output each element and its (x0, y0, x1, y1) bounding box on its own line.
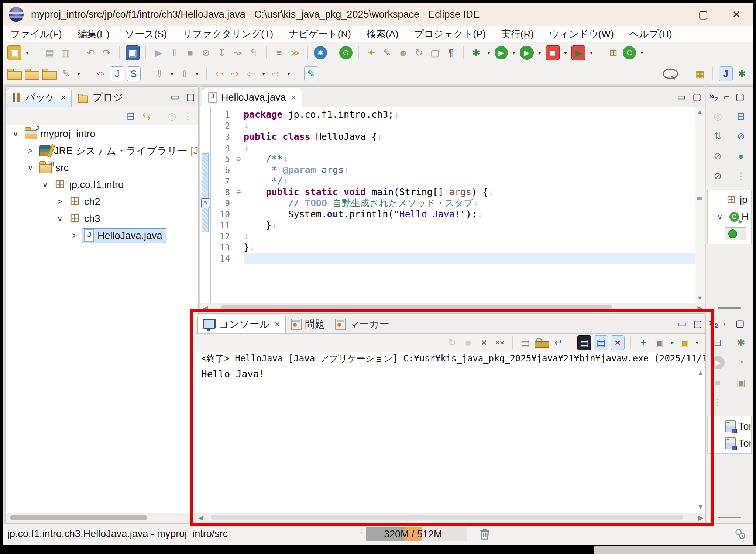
forward-yellow-icon[interactable]: ⇨ (228, 67, 242, 81)
focus-dim-icon[interactable]: ◎ (711, 109, 725, 123)
restore-view-icon[interactable]: ⌐ (724, 91, 729, 103)
close-button[interactable]: ✕ (720, 3, 753, 26)
show-stdout-icon[interactable]: ▤ (594, 335, 608, 350)
scroll-down-icon[interactable]: ▼ (698, 503, 702, 510)
open-perspective-icon[interactable]: ▦ (693, 67, 707, 81)
new-servlet-icon[interactable]: S (127, 66, 141, 81)
maximize-view-icon[interactable]: ▢ (689, 91, 705, 102)
debug-icon[interactable]: ✱ (470, 46, 483, 60)
back-yellow-icon[interactable]: ⇦ (213, 67, 226, 81)
scroll-up-icon[interactable]: ▲ (697, 108, 703, 115)
scroll-lock-icon[interactable] (535, 341, 549, 348)
scrollbar-thumb[interactable] (221, 305, 612, 310)
redo-icon[interactable]: ↷ (100, 46, 113, 60)
debug-perspective-icon[interactable]: ✱ (735, 67, 749, 81)
step-over-icon[interactable]: ↝ (231, 46, 244, 60)
show-stderr-icon[interactable]: × (611, 335, 625, 350)
spring-boot-icon[interactable]: ʘ (339, 46, 353, 59)
tab-problems[interactable]: 問題 (286, 315, 330, 333)
new-class-icon[interactable]: C (623, 46, 636, 59)
code-line[interactable]: 5⊖ /**↓ (211, 153, 695, 165)
open-folder-icon[interactable] (25, 71, 39, 80)
minimize-view-icon[interactable]: ▭ (167, 91, 183, 102)
console-horizontal-scrollbar[interactable]: ◀ ▶ (196, 513, 705, 523)
maximize-view-icon[interactable]: ▢ (183, 91, 198, 102)
refresh-dim-icon[interactable]: ↻ (446, 336, 459, 350)
code-line[interactable]: 7 */↓ (211, 176, 695, 187)
overview-marker[interactable] (697, 197, 702, 200)
open-search-icon[interactable] (42, 71, 57, 80)
scroll-down-icon[interactable]: ▼ (697, 295, 703, 301)
outline-item-method[interactable] (708, 225, 751, 242)
close-tab-icon[interactable]: × (291, 92, 296, 103)
server-sync-icon[interactable]: ▣ (735, 375, 748, 389)
sash-handle[interactable] (718, 307, 741, 309)
tree-item[interactable]: ∨src (6, 159, 198, 176)
collapse-all-icon[interactable]: ⊟ (124, 109, 137, 123)
run-garbage-collector-icon[interactable] (478, 527, 492, 542)
horizontal-scrollbar[interactable] (6, 513, 198, 523)
scrollbar-thumb[interactable] (211, 515, 683, 520)
save-icon[interactable]: ▤ (43, 46, 56, 60)
menu-item[interactable]: 検索(A) (367, 28, 399, 41)
profile-icon[interactable]: ☻ (396, 46, 410, 60)
maximize-view-icon[interactable]: ▢ (735, 91, 745, 103)
tree-item[interactable]: >ch2 (6, 193, 198, 210)
save-all-icon[interactable]: ▥ (59, 46, 72, 60)
hide-fields-icon[interactable]: ⊘ (735, 129, 748, 143)
tree-item[interactable]: >JRE システム・ライブラリー [JavaSE- (6, 142, 198, 159)
stop-red-icon[interactable]: ■ (546, 45, 560, 60)
start-dim-icon[interactable]: ▶ (711, 356, 725, 369)
code-line[interactable]: 14 (211, 253, 695, 264)
window-icon[interactable]: ▢ (428, 46, 441, 60)
minimized-views-badge[interactable]: »2 (709, 317, 718, 330)
run-icon[interactable]: ▶ (495, 46, 508, 59)
tab-editor-hellojava[interactable]: HelloJava.java × (202, 88, 302, 107)
terminate-dim-icon[interactable]: ■ (461, 336, 475, 350)
scroll-up-icon[interactable]: ▲ (698, 369, 702, 376)
code-line[interactable]: 4↓ (211, 142, 695, 153)
hide-local-icon[interactable]: ⊘ (711, 169, 725, 183)
relaunch-icon[interactable]: ▶ (571, 45, 585, 60)
back-icon[interactable]: ⇦ (244, 67, 258, 81)
menu-item[interactable]: ファイル(F) (10, 28, 62, 41)
key-icon[interactable]: ✦ (365, 46, 378, 60)
sash-handle[interactable] (718, 517, 741, 518)
tree-item[interactable]: ∨jp.co.f1.intro (6, 176, 198, 193)
task-marker-icon[interactable]: ✎ (201, 198, 210, 208)
sort-az-icon[interactable]: ⇅ (711, 129, 725, 143)
code-line[interactable]: 12↓ (211, 231, 695, 242)
code-line[interactable]: 13}↓ (211, 242, 695, 253)
maximize-button[interactable]: ▢ (687, 3, 720, 26)
terminate-icon[interactable]: ■ (183, 46, 197, 60)
forward-icon[interactable]: ⇨ (269, 67, 283, 81)
collapse-all-icon[interactable]: ⊟ (735, 109, 748, 123)
minimize-button[interactable]: — (653, 3, 687, 26)
stop-dim-icon[interactable]: ■ (711, 375, 725, 389)
outline-item-class[interactable]: ∨ C H (708, 208, 751, 225)
suspend-icon[interactable]: ‖ (168, 46, 181, 60)
tab-project-explorer[interactable]: プロジ (72, 88, 128, 107)
checkin-up-icon[interactable]: ⇧ (178, 67, 191, 81)
tab-markers[interactable]: マーカー (330, 315, 395, 333)
menu-item[interactable]: ヘルプ(H) (629, 28, 672, 41)
menu-item[interactable]: ウィンドウ(W) (549, 28, 614, 41)
clear-console-icon[interactable]: ▤ (519, 336, 532, 350)
menu-item[interactable]: リファクタリング(T) (182, 28, 273, 41)
pin-console-icon[interactable]: + (637, 336, 650, 350)
resume-icon[interactable]: ▶ (152, 46, 165, 60)
code-line[interactable]: 3public class HelloJava {↓ (211, 131, 695, 142)
new-wizard-icon[interactable]: ▣ (7, 45, 21, 60)
new-xml-icon[interactable]: <> (94, 67, 107, 81)
console-output[interactable]: Hello Java! ▲ ▼ (196, 366, 705, 513)
new-jsp-icon[interactable]: J (110, 66, 124, 81)
close-tab-icon[interactable]: × (61, 92, 66, 103)
new-package-icon[interactable]: ⊞ (607, 46, 620, 60)
tab-console[interactable]: コンソール × (197, 315, 286, 333)
hide-static-icon[interactable]: ⊘ (711, 149, 725, 163)
code-line[interactable]: 8⊖ public static void main(String[] args… (211, 187, 695, 198)
outline-item-package[interactable]: jp (708, 191, 751, 208)
link-editor-icon[interactable]: ⇆ (140, 109, 153, 123)
menu-item[interactable]: 実行(R) (501, 28, 534, 41)
editor-horizontal-scrollbar[interactable]: ◀ ▶ (200, 303, 705, 313)
